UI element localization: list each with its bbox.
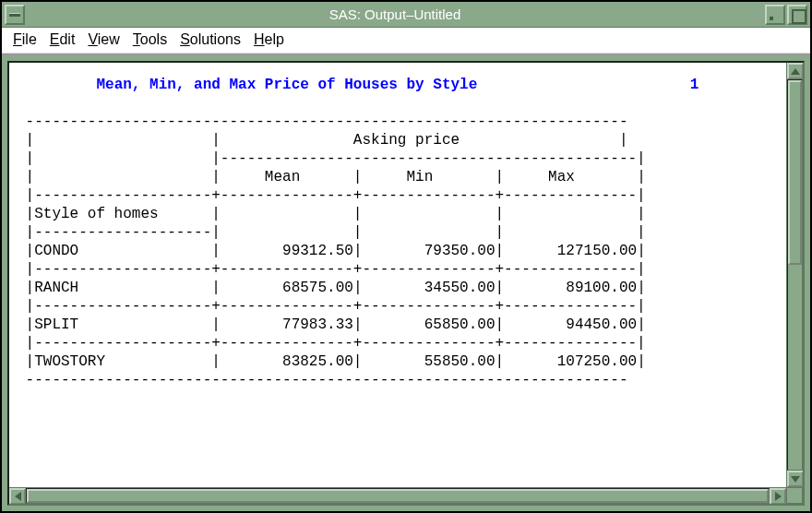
menu-edit[interactable]: Edit <box>50 31 76 48</box>
row-label: RANCH <box>34 280 78 296</box>
scroll-thumb-v[interactable] <box>788 80 802 265</box>
title-bar[interactable]: SAS: Output–Untitled <box>2 2 810 28</box>
cell: 99312.50 <box>282 243 353 259</box>
col-mean: Mean <box>265 169 300 185</box>
client-area: Mean, Min, and Max Price of Houses by St… <box>2 55 810 511</box>
minimize-button[interactable] <box>765 5 785 25</box>
scroll-down-button[interactable] <box>787 471 804 487</box>
arrow-up-icon <box>791 68 800 75</box>
vertical-scrollbar[interactable] <box>786 63 803 487</box>
scroll-up-button[interactable] <box>787 63 804 79</box>
row-label: TWOSTORY <box>34 353 105 370</box>
table-rule: ----------------------------------------… <box>17 113 646 388</box>
scroll-track-h[interactable] <box>26 488 770 504</box>
window-controls <box>765 5 807 25</box>
arrow-down-icon <box>791 476 800 483</box>
menu-tools[interactable]: Tools <box>133 31 167 48</box>
cell: 65850.00 <box>424 316 496 333</box>
output-listing: Mean, Min, and Max Price of Houses by St… <box>9 63 803 504</box>
cell: 68575.00 <box>282 280 353 296</box>
col-max: Max <box>548 169 575 185</box>
app-window: SAS: Output–Untitled File Edit View Tool… <box>0 0 812 513</box>
menu-bar: File Edit View Tools Solutions Help <box>2 28 810 55</box>
maximize-button[interactable] <box>787 5 807 25</box>
row-label: CONDO <box>34 243 78 259</box>
cell: 77983.33 <box>282 316 353 333</box>
cell: 107250.00 <box>557 353 637 370</box>
col-min: Min <box>406 169 433 185</box>
cell: 127150.00 <box>557 243 637 259</box>
cell: 83825.00 <box>282 353 353 370</box>
system-menu-button[interactable] <box>5 5 25 25</box>
report-title: Mean, Min, and Max Price of Houses by St… <box>96 77 477 93</box>
menu-view[interactable]: View <box>88 31 119 48</box>
page-number: 1 <box>690 77 699 93</box>
scroll-corner <box>786 487 803 504</box>
scroll-track-v[interactable] <box>787 79 803 471</box>
cell: 79350.00 <box>424 243 496 259</box>
arrow-right-icon <box>775 492 782 501</box>
output-frame: Mean, Min, and Max Price of Houses by St… <box>7 61 805 506</box>
horizontal-scrollbar[interactable] <box>9 487 786 504</box>
window-title: SAS: Output–Untitled <box>25 6 765 22</box>
menu-solutions[interactable]: Solutions <box>180 31 241 48</box>
cell: 89100.00 <box>566 280 637 296</box>
cell: 34550.00 <box>424 280 496 296</box>
row-label: SPLIT <box>34 316 78 333</box>
row-header-label: Style of homes <box>34 206 158 222</box>
scroll-right-button[interactable] <box>770 488 786 505</box>
scroll-thumb-h[interactable] <box>27 489 769 503</box>
menu-help[interactable]: Help <box>254 31 284 48</box>
cell: 55850.00 <box>424 353 496 370</box>
menu-file[interactable]: File <box>13 31 37 48</box>
span-header: Asking price <box>353 132 460 149</box>
cell: 94450.00 <box>566 316 637 333</box>
scroll-left-button[interactable] <box>9 488 26 505</box>
arrow-left-icon <box>15 492 21 501</box>
